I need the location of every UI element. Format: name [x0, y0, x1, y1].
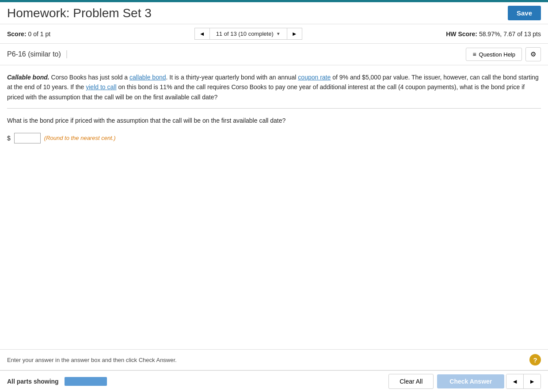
- progress-bar-fill: [65, 377, 107, 386]
- prev-problem-button[interactable]: ◄: [194, 28, 210, 40]
- footer-prev-button[interactable]: ◄: [506, 374, 523, 388]
- all-parts-label: All parts showing: [7, 378, 65, 385]
- callable-bond-link[interactable]: callable bond: [129, 74, 166, 81]
- main-content: Callable bond. Corso Books has just sold…: [0, 65, 548, 151]
- callable-bond-label: Callable bond.: [7, 74, 49, 81]
- problem-header: P6-16 (similar to) ≡ Question Help ⚙: [0, 44, 548, 65]
- dropdown-arrow-icon: ▼: [276, 31, 281, 36]
- instruction-text: Enter your answer in the answer box and …: [7, 357, 177, 363]
- clear-all-button[interactable]: Clear All: [388, 374, 434, 389]
- check-answer-button[interactable]: Check Answer: [437, 374, 504, 388]
- question-text: What is the bond price if priced with th…: [7, 116, 541, 125]
- hw-score-display: HW Score: 58.97%, 7.67 of 13 pts: [446, 30, 541, 38]
- problem-navigation: ◄ 11 of 13 (10 complete) ▼ ►: [194, 28, 302, 40]
- hw-score-label: HW Score:: [446, 30, 477, 38]
- footer-next-button[interactable]: ►: [523, 374, 540, 388]
- coupon-rate-link[interactable]: coupon rate: [298, 74, 331, 81]
- answer-input[interactable]: [14, 133, 41, 143]
- dollar-sign: $: [7, 135, 11, 142]
- score-label: Score:: [7, 30, 27, 38]
- yield-to-call-link[interactable]: yield to call: [86, 83, 116, 90]
- help-button[interactable]: ?: [529, 354, 541, 366]
- footer-bar: All parts showing Clear All Check Answer…: [0, 370, 548, 392]
- score-bar: Score: 0 of 1 pt ◄ 11 of 13 (10 complete…: [0, 24, 548, 44]
- save-button[interactable]: Save: [508, 6, 541, 20]
- problem-id: P6-16 (similar to): [7, 50, 67, 58]
- progress-bar: [65, 377, 135, 386]
- page-title: Homework: Problem Set 3: [7, 6, 152, 20]
- settings-button[interactable]: ⚙: [525, 47, 541, 61]
- score-display: Score: 0 of 1 pt: [7, 30, 50, 38]
- answer-row: $ (Round to the nearest cent.): [7, 133, 541, 143]
- list-icon: ≡: [472, 51, 476, 58]
- problem-counter[interactable]: 11 of 13 (10 complete) ▼: [210, 28, 287, 40]
- hw-score-value: 58.97%, 7.67 of 13 pts: [479, 30, 541, 38]
- instruction-bar: Enter your answer in the answer box and …: [0, 349, 548, 370]
- page-header: Homework: Problem Set 3 Save: [0, 2, 548, 24]
- problem-description: Callable bond. Corso Books has just sold…: [7, 72, 541, 109]
- question-help-button[interactable]: ≡ Question Help: [466, 48, 522, 61]
- score-value: 0 of 1 pt: [28, 30, 50, 38]
- problem-actions: ≡ Question Help ⚙: [466, 47, 541, 61]
- round-note: (Round to the nearest cent.): [44, 135, 116, 141]
- footer-navigation: ◄ ►: [506, 374, 541, 389]
- next-problem-button[interactable]: ►: [287, 28, 302, 40]
